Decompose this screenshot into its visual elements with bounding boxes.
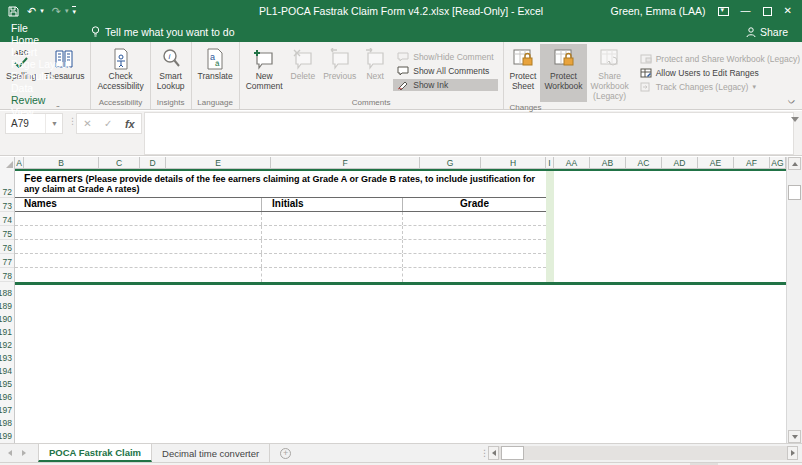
save-icon[interactable] — [8, 6, 19, 17]
column-header[interactable]: F — [271, 157, 420, 169]
show-all-comments-button[interactable]: Show All Comments — [393, 65, 497, 77]
row-header[interactable]: 189 — [0, 298, 14, 311]
column-header[interactable]: AG — [770, 157, 786, 169]
initials-header-cell[interactable]: Initials — [262, 198, 403, 211]
column-header[interactable]: D — [140, 157, 166, 169]
qat-customize-icon[interactable]: ▾ — [72, 6, 76, 16]
minimize-button[interactable]: — — [741, 6, 751, 16]
allow-users-edit-ranges-button[interactable]: Allow Users to Edit Ranges — [636, 67, 802, 79]
scroll-up-icon[interactable] — [788, 157, 801, 170]
cells-area[interactable]: Fee earners (Please provide details of t… — [15, 169, 786, 443]
column-header[interactable]: B — [24, 157, 99, 169]
column-header[interactable]: C — [99, 157, 140, 169]
row-header[interactable]: 198 — [0, 415, 14, 428]
row-header[interactable]: 195 — [0, 376, 14, 389]
column-header[interactable]: AF — [734, 157, 770, 169]
signed-in-user[interactable]: Green, Emma (LAA) — [610, 5, 705, 17]
row-header[interactable]: 197 — [0, 402, 14, 415]
enter-icon[interactable]: ✓ — [104, 118, 112, 129]
row-header[interactable]: 77 — [0, 254, 14, 268]
column-header[interactable]: I — [546, 157, 554, 169]
ribbon-tab[interactable]: Page Layout — [0, 58, 81, 70]
row-header[interactable]: 196 — [0, 389, 14, 402]
new-comment-button[interactable]: New Comment — [242, 44, 287, 97]
scroll-down-icon[interactable] — [788, 430, 801, 443]
row-header[interactable]: 75 — [0, 226, 14, 240]
previous-comment-button[interactable]: Previous — [319, 44, 360, 97]
scroll-left-icon[interactable] — [488, 446, 499, 460]
row-header[interactable]: 199 — [0, 428, 14, 441]
protect-workbook-button[interactable]: Protect Workbook — [540, 44, 586, 102]
check-accessibility-button[interactable]: Check Accessibility — [93, 44, 147, 97]
show-hide-comment-button[interactable]: Show/Hide Comment — [393, 51, 497, 63]
column-header[interactable]: AD — [662, 157, 698, 169]
smart-lookup-button[interactable]: i Smart Lookup — [153, 44, 189, 97]
table-empty-row[interactable] — [15, 268, 546, 282]
protect-and-share-workbook-button[interactable]: Protect and Share Workbook (Legacy) — [636, 53, 802, 65]
show-ink-button[interactable]: Show Ink — [393, 79, 497, 91]
collapse-ribbon-icon[interactable]: ᨆ — [788, 96, 796, 107]
column-header[interactable]: A — [15, 157, 24, 169]
ribbon-display-options-icon[interactable] — [718, 7, 729, 16]
vertical-scroll-thumb[interactable] — [788, 185, 801, 200]
track-changes-button[interactable]: Track Changes (Legacy) ▾ — [636, 81, 802, 93]
formula-bar-collapse-icon[interactable] — [791, 117, 799, 122]
formula-input[interactable] — [144, 112, 794, 155]
vertical-scrollbar[interactable] — [786, 157, 802, 443]
sheet-nav-left-icon[interactable] — [8, 450, 12, 456]
select-all-corner[interactable] — [0, 157, 15, 169]
table-empty-row[interactable] — [15, 226, 546, 240]
share-workbook-button[interactable]: Share Workbook (Legacy) — [587, 44, 633, 102]
tell-me-box[interactable]: Tell me what you want to do — [81, 22, 245, 42]
ribbon-tab[interactable]: Data — [0, 82, 81, 94]
sheet-tab[interactable]: POCA Fastrak Claim — [38, 444, 152, 462]
fee-earners-header-cell[interactable]: Fee earners (Please provide details of t… — [15, 171, 546, 198]
sheet-nav-right-icon[interactable] — [22, 450, 26, 456]
undo-icon[interactable]: ↶ — [27, 6, 36, 17]
protect-sheet-button[interactable]: Protect Sheet — [506, 44, 541, 102]
redo-caret-icon[interactable]: ▾ — [65, 7, 69, 15]
table-empty-row[interactable] — [15, 240, 546, 254]
row-header[interactable]: 191 — [0, 324, 14, 337]
scroll-right-icon[interactable] — [787, 446, 798, 460]
next-comment-button[interactable]: Next — [360, 44, 390, 97]
row-header[interactable]: 188 — [0, 285, 14, 298]
column-header[interactable]: AA — [554, 157, 590, 169]
table-empty-row[interactable] — [15, 212, 546, 226]
cancel-icon[interactable]: ✕ — [83, 118, 91, 129]
column-header[interactable]: AB — [590, 157, 626, 169]
close-button[interactable]: ✕ — [784, 6, 792, 16]
sheet-tab[interactable]: Decimal time converter — [152, 444, 270, 462]
row-header[interactable]: 193 — [0, 350, 14, 363]
redo-icon[interactable]: ↷ — [52, 6, 61, 17]
row-header[interactable]: 194 — [0, 363, 14, 376]
delete-comment-button[interactable]: Delete — [287, 44, 320, 97]
names-header-cell[interactable]: Names — [15, 198, 262, 211]
ribbon-tab[interactable]: Formulas — [0, 70, 81, 82]
undo-caret-icon[interactable]: ▾ — [40, 7, 44, 15]
row-header[interactable]: 192 — [0, 337, 14, 350]
ribbon-tab[interactable]: File — [0, 22, 81, 34]
column-header[interactable]: G — [420, 157, 481, 169]
row-header[interactable]: 74 — [0, 212, 14, 226]
row-header[interactable]: 190 — [0, 311, 14, 324]
row-header[interactable]: 78 — [0, 268, 14, 282]
insert-function-icon[interactable]: fx — [125, 118, 135, 130]
share-button[interactable]: Share — [746, 22, 802, 42]
column-header[interactable]: AE — [698, 157, 734, 169]
column-header[interactable]: E — [166, 157, 271, 169]
ribbon-tab[interactable]: Review — [0, 94, 81, 106]
new-sheet-button[interactable]: + — [270, 444, 301, 462]
restore-button[interactable] — [763, 7, 772, 16]
row-header[interactable]: 73 — [0, 198, 14, 212]
row-header[interactable]: 72 — [0, 169, 14, 198]
translate-button[interactable]: aǎ Translate — [194, 44, 237, 97]
ribbon-tab[interactable]: Insert — [0, 46, 81, 58]
horizontal-scroll-track[interactable] — [488, 446, 797, 460]
column-header[interactable]: H — [481, 157, 546, 169]
column-header[interactable]: AC — [626, 157, 662, 169]
grade-header-cell[interactable]: Grade — [403, 198, 546, 211]
horizontal-scroll-thumb[interactable] — [501, 446, 524, 460]
row-header[interactable]: 76 — [0, 240, 14, 254]
ribbon-tab[interactable]: Home — [0, 34, 81, 46]
